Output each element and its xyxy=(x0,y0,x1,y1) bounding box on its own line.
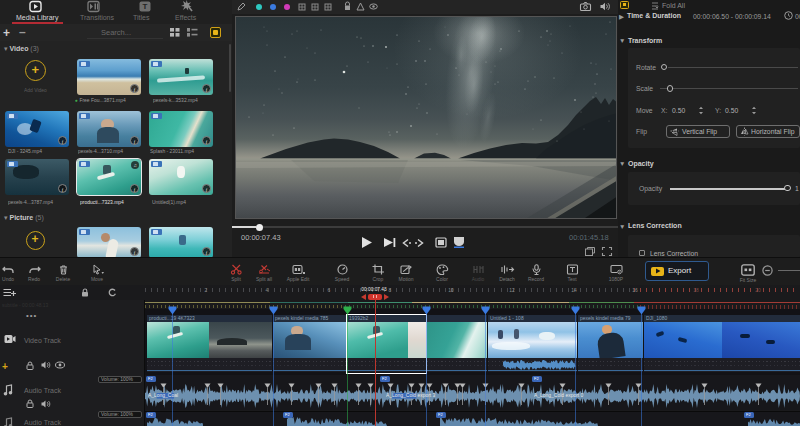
svg-text:T: T xyxy=(143,2,148,11)
